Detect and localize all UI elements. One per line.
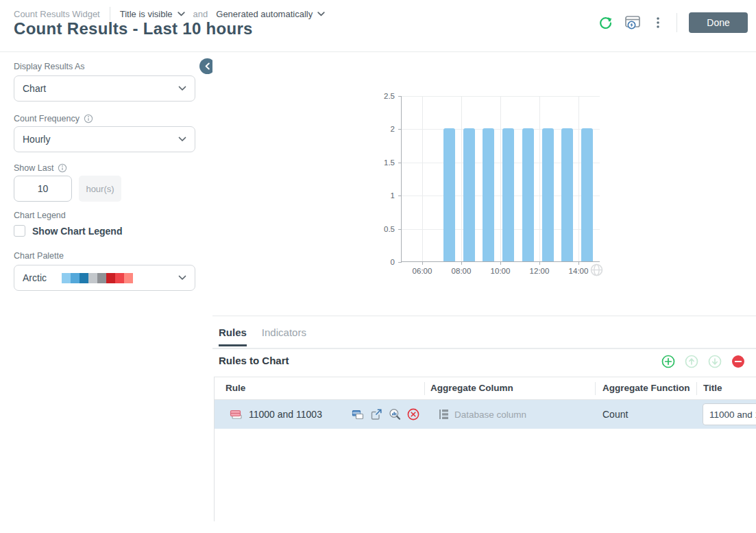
column-header-aggregate-function: Aggregate Function (602, 383, 690, 393)
palette-swatch (62, 273, 71, 283)
chart-palette-value: Arctic (23, 272, 47, 283)
chart-palette-select[interactable]: Arctic (14, 265, 195, 291)
x-axis-label: 14:00 (569, 267, 589, 275)
palette-swatch (124, 273, 133, 283)
remove-rule-button[interactable] (730, 353, 746, 370)
tabs-underline (212, 348, 756, 349)
open-rule-button[interactable] (370, 408, 382, 421)
x-gridline (461, 96, 462, 261)
x-axis-tick (578, 261, 579, 265)
aggregate-column-placeholder[interactable]: Database column (454, 410, 526, 420)
show-chart-legend-checkbox[interactable] (14, 225, 25, 237)
palette-swatch (115, 273, 124, 283)
column-header-aggregate-column: Aggregate Column (430, 383, 513, 393)
chart-bar[interactable] (522, 128, 534, 261)
add-rule-button[interactable] (660, 353, 676, 370)
info-icon[interactable] (58, 163, 67, 173)
count-frequency-select[interactable]: Hourly (14, 126, 195, 152)
display-results-as-value: Chart (23, 83, 46, 94)
y-axis-label: 0.5 (384, 225, 395, 233)
column-separator (424, 382, 425, 395)
duplicate-rule-button[interactable] (352, 408, 364, 421)
remove-icon (731, 355, 745, 368)
x-axis-tick (539, 261, 540, 265)
preview-rule-button[interactable] (389, 408, 401, 421)
palette-swatch (106, 273, 115, 283)
database-column-icon (438, 408, 450, 421)
bar-chart[interactable]: 00.511.522.506:0008:0010:0012:0014:00 (401, 96, 600, 262)
y-axis-tick (398, 163, 402, 163)
tab-rules[interactable]: Rules (219, 327, 247, 346)
chart-bar[interactable] (483, 128, 494, 261)
actions-divider (676, 13, 677, 32)
title-visibility-label: Title is visible (120, 9, 173, 19)
move-up-icon (685, 355, 698, 368)
rules-to-chart-title: Rules to Chart (219, 355, 289, 366)
x-axis-label: 12:00 (530, 267, 550, 275)
settings-sidebar: Display Results As Chart Count Frequency… (0, 52, 212, 533)
x-axis-label: 08:00 (452, 267, 472, 275)
column-separator (696, 382, 697, 395)
tab-indicators[interactable]: Indicators (262, 327, 306, 346)
external-link-icon (370, 408, 382, 421)
delete-icon (407, 408, 419, 421)
refresh-icon (598, 16, 613, 30)
x-axis-label: 06:00 (413, 267, 432, 275)
column-separator (595, 382, 596, 395)
breadcrumb-divider (110, 7, 110, 21)
x-axis-tick (461, 261, 462, 265)
column-header-rule: Rule (225, 383, 245, 393)
globe-icon (590, 263, 603, 276)
table-row[interactable]: 11000 and 11003 (215, 400, 756, 429)
palette-swatch (80, 273, 88, 283)
add-icon (661, 355, 675, 368)
delete-rule-button[interactable] (407, 408, 419, 421)
chart-bar[interactable] (443, 128, 455, 261)
chart-panel: 00.511.522.506:0008:0010:0012:0014:00 (212, 52, 756, 316)
y-axis-label: 1.5 (384, 158, 395, 167)
x-gridline (578, 96, 579, 261)
show-last-label: Show Last (14, 163, 67, 173)
chart-bar[interactable] (561, 128, 573, 261)
x-axis-tick (422, 261, 423, 265)
rules-toolbar (660, 353, 746, 370)
live-preview-icon (624, 15, 641, 30)
move-down-button[interactable] (707, 353, 723, 370)
done-button[interactable]: Done (689, 12, 748, 33)
refresh-button[interactable] (597, 14, 614, 32)
chart-bar[interactable] (581, 128, 593, 261)
header: Count Results Widget Title is visible an… (0, 0, 756, 52)
search-chart-icon (389, 408, 401, 421)
aggregate-function-value[interactable]: Count (602, 409, 628, 420)
display-results-as-select[interactable]: Chart (14, 75, 195, 102)
rule-title-input[interactable] (703, 403, 756, 425)
show-chart-legend-label: Show Chart Legend (32, 226, 122, 237)
header-actions: Done (597, 12, 748, 33)
rule-actions (352, 408, 419, 421)
tabs: Rules Indicators (219, 327, 306, 346)
chart-bar[interactable] (463, 128, 475, 261)
move-up-button[interactable] (683, 353, 700, 370)
breadcrumb-conjunction: and (193, 9, 208, 19)
rule-icon (230, 409, 243, 420)
chevron-down-icon (178, 86, 186, 91)
show-chart-legend-option[interactable]: Show Chart Legend (14, 225, 122, 237)
count-frequency-label-text: Count Frequency (14, 114, 80, 123)
y-axis-label: 2 (391, 125, 395, 133)
show-last-input[interactable] (14, 176, 72, 202)
chart-bar[interactable] (502, 128, 514, 261)
duplicate-icon (352, 408, 364, 421)
y-axis-tick (398, 129, 402, 130)
y-axis-tick (398, 96, 402, 97)
info-icon[interactable] (84, 114, 93, 123)
title-mode-dropdown[interactable]: Generated automatically (216, 9, 325, 19)
more-options-button[interactable] (651, 15, 665, 30)
x-gridline (500, 96, 501, 261)
live-preview-button[interactable] (623, 14, 642, 32)
chart-bar[interactable] (542, 128, 554, 261)
title-visibility-dropdown[interactable]: Title is visible (120, 9, 185, 19)
y-axis-label: 0 (391, 258, 395, 266)
palette-swatch (88, 273, 97, 283)
table-header: Rule Aggregate Column Aggregate Function… (215, 377, 756, 400)
chevron-down-icon (178, 137, 186, 142)
